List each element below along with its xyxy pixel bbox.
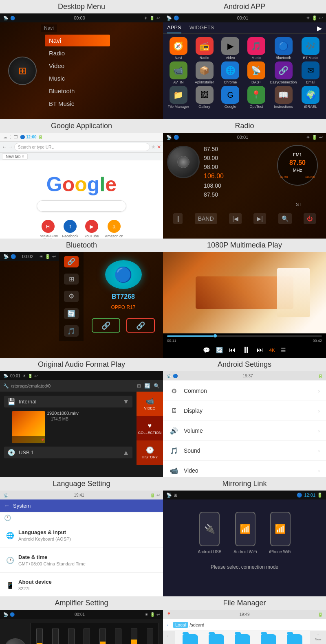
- google-forward[interactable]: →: [8, 144, 13, 150]
- google-close[interactable]: ✕: [157, 144, 161, 150]
- mirror-option-iphone-wifi[interactable]: 📶 iPhone WiFi: [269, 512, 291, 554]
- lang-nav-back[interactable]: ←: [4, 502, 10, 509]
- mm-list-btn[interactable]: ☰: [281, 347, 286, 353]
- radio-knob[interactable]: [167, 146, 200, 178]
- lang-languages-title: Languages & input: [18, 529, 71, 535]
- app-israel[interactable]: 🌍 iSRAEL: [298, 86, 323, 109]
- mm-captions-btn[interactable]: 💬: [203, 347, 210, 353]
- aa-tab-apps[interactable]: APPS: [167, 24, 181, 33]
- app-radio[interactable]: 📻 Radio: [192, 37, 217, 60]
- settings-item-volume[interactable]: 🔊 Volume ›: [163, 421, 326, 441]
- radio-freq-6[interactable]: 87.50: [204, 191, 322, 198]
- bt-side-link[interactable]: 🔗: [64, 256, 79, 267]
- audio-search-icon[interactable]: 🔍: [154, 383, 160, 389]
- fm-folder-baidu[interactable]: baidu: [282, 634, 306, 644]
- settings-item-display[interactable]: 🖥 Display ›: [163, 401, 326, 421]
- radio-power-btn[interactable]: ⏻: [304, 213, 316, 224]
- mirror-option-android-wifi[interactable]: 📶 Android WiFi: [233, 512, 257, 554]
- app-chrome[interactable]: 🌐 Chrome: [218, 61, 242, 84]
- amp-band-125hz[interactable]: 125HZ 0: [64, 629, 78, 644]
- audio-refresh-icon[interactable]: 🔄: [144, 383, 150, 389]
- app-btmusic[interactable]: 🎶 BT Music: [298, 37, 323, 60]
- fm-back-btn[interactable]: ←: [166, 622, 171, 627]
- google-bookmark[interactable]: ★: [151, 144, 156, 150]
- mm-prev-btn[interactable]: ⏮: [229, 346, 236, 354]
- lang-item-about[interactable]: 📱 About device 8227L: [0, 573, 163, 596]
- dm-item-video[interactable]: Video: [45, 60, 110, 72]
- bt-side-refresh[interactable]: 🔄: [64, 308, 79, 320]
- radio-pause-btn[interactable]: ||: [173, 213, 183, 224]
- lang-statusbar: 📡 19:41 🔋 ↩: [0, 491, 163, 499]
- audio-history-btn[interactable]: 🕐 HISTORY: [137, 440, 163, 465]
- shortcut-amazon[interactable]: a Amazon.cn: [105, 220, 123, 239]
- app-gpstest[interactable]: 📍 GpsTest: [244, 86, 269, 109]
- settings-item-video[interactable]: 📹 Video ›: [163, 461, 326, 477]
- amp-band-4khz[interactable]: 4KHZ 0: [143, 629, 156, 644]
- audio-internal-row[interactable]: 💾 Internal ▼: [4, 396, 132, 407]
- radio-prev-btn[interactable]: |◀: [229, 213, 242, 224]
- app-music[interactable]: 🎵 Music: [244, 37, 269, 60]
- radio-next-btn[interactable]: ▶|: [253, 213, 266, 224]
- dm-item-navi[interactable]: Navi: [45, 35, 110, 46]
- audio-filter-icon[interactable]: ⊞: [137, 383, 141, 389]
- app-video[interactable]: ▶ Video: [218, 37, 242, 60]
- app-apkinstaller[interactable]: 📦 ApkInstaller: [192, 61, 217, 84]
- fm-new-btn[interactable]: + New: [315, 633, 321, 641]
- google-back[interactable]: ←: [2, 144, 7, 150]
- app-email[interactable]: ✉ Email: [298, 61, 323, 84]
- shortcut-youtube[interactable]: ▶ YouTube: [84, 220, 99, 239]
- fm-folder-backups[interactable]: backups: [256, 634, 280, 644]
- fm-folder-alarms[interactable]: Alarms: [178, 634, 203, 644]
- mm-progress-bar[interactable]: [167, 335, 322, 337]
- app-gallery[interactable]: 🖼 Gallery: [192, 86, 217, 109]
- amp-knob[interactable]: [4, 638, 26, 644]
- dm-item-music[interactable]: Music: [45, 72, 110, 84]
- mm-pause-btn[interactable]: ⏸: [242, 345, 251, 355]
- lang-item-languages[interactable]: 🌐 Languages & input Android Keyboard (AO…: [0, 523, 163, 548]
- audio-usb-row[interactable]: 💿 USB 1 ▲: [4, 447, 132, 458]
- app-filemgr[interactable]: 📁 File Manager: [166, 86, 191, 109]
- amp-band-512hz[interactable]: 512HZ 0: [96, 629, 110, 644]
- app-navi[interactable]: 🧭 Navi: [166, 37, 191, 60]
- settings-item-sound[interactable]: 🎵 Sound ›: [163, 441, 326, 461]
- bt-connect-btn[interactable]: 🔗: [92, 318, 120, 333]
- dm-item-radio[interactable]: Radio: [45, 47, 110, 59]
- app-easyconn[interactable]: 🔗 EasyConnection: [270, 61, 297, 84]
- google-search-box[interactable]: [37, 200, 126, 212]
- radio-search-btn[interactable]: 🔍: [278, 213, 292, 224]
- settings-item-common[interactable]: ⚙ Common ›: [163, 381, 326, 401]
- bt-side-music[interactable]: 🎵: [64, 325, 79, 337]
- app-dab[interactable]: 📡 DAB+: [244, 61, 269, 84]
- app-avin[interactable]: 📹 AV_IN: [166, 61, 191, 84]
- bt-disconnect-btn[interactable]: 🔗: [126, 318, 155, 333]
- aa-tab-widgets[interactable]: WIDGETS: [189, 24, 214, 33]
- mirror-option-android-usb[interactable]: 🔌 Android USB: [198, 512, 222, 554]
- fm-folder-android[interactable]: Android: [231, 634, 255, 644]
- dm-item-bluetooth[interactable]: Bluetooth: [45, 85, 110, 97]
- app-google[interactable]: G Google: [218, 86, 242, 109]
- google-new-tab[interactable]: New tab ×: [2, 153, 28, 160]
- amp-band-64hz[interactable]: 64HZ 0: [49, 629, 62, 644]
- dm-item-btmusic[interactable]: BT Music: [45, 98, 110, 110]
- bt-side-settings[interactable]: ⚙: [64, 291, 79, 302]
- amp-band-256hz[interactable]: 256HZ 0: [80, 629, 94, 644]
- mm-next-btn[interactable]: ⏭: [257, 346, 263, 354]
- audio-collection-btn[interactable]: ♥ COLLECTION: [137, 416, 163, 440]
- bt-side-grid[interactable]: ⊞: [64, 274, 79, 285]
- lang-item-datetime[interactable]: 🕐 Date & time GMT+08:00 China Standard T…: [0, 548, 163, 573]
- shortcut-han[interactable]: H han153.3.99 图书馆: [40, 220, 56, 239]
- aa-play-store[interactable]: ▶: [317, 24, 322, 33]
- amp-band-2khz[interactable]: 2KHZ 0: [128, 629, 141, 644]
- mm-rotate-btn[interactable]: 🔄: [216, 347, 223, 353]
- fm-local-tab[interactable]: Local: [173, 622, 188, 628]
- amp-band-30hz[interactable]: 30HZ 0: [33, 629, 46, 644]
- fm-folder-amapauto[interactable]: amapauto: [205, 634, 229, 644]
- audio-video-btn[interactable]: 📹 VIDEO: [137, 392, 163, 416]
- amp-band-1khz[interactable]: 1KHZ 0: [112, 629, 125, 644]
- google-url-bar[interactable]: Search or type URL: [14, 143, 150, 151]
- radio-band-btn[interactable]: BAND: [195, 213, 217, 224]
- app-bluetooth[interactable]: 🔵 Bluetooth: [270, 37, 297, 60]
- shortcut-facebook[interactable]: f Facebook: [62, 220, 79, 239]
- app-instructions[interactable]: 📖 Instructions: [270, 86, 297, 109]
- fm-side-back[interactable]: ←: [167, 633, 172, 639]
